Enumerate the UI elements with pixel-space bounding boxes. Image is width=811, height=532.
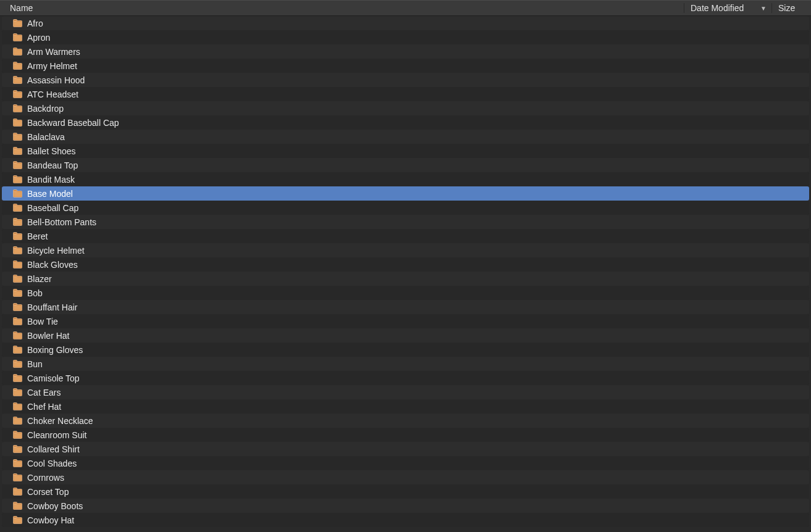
file-list[interactable]: Afro Apron Arm Warmers Army Helmet Assas… <box>0 16 811 532</box>
folder-label: Ballet Shoes <box>27 146 76 156</box>
folder-label: Bouffant Hair <box>27 302 77 312</box>
folder-row[interactable]: Corset Top <box>2 484 809 499</box>
folder-row[interactable]: Cornrows <box>2 470 809 484</box>
folder-row[interactable]: ATC Headset <box>2 87 809 101</box>
svg-rect-94 <box>14 460 17 462</box>
folder-label: Blazer <box>27 274 52 284</box>
svg-rect-1 <box>14 20 17 22</box>
svg-rect-47 <box>14 235 22 239</box>
column-date-modified-label: Date Modified <box>691 3 744 13</box>
svg-rect-88 <box>14 431 17 433</box>
svg-rect-59 <box>14 291 22 296</box>
folder-label: Cowboy Boots <box>27 501 83 511</box>
svg-rect-25 <box>14 133 17 135</box>
svg-rect-100 <box>14 488 17 490</box>
svg-rect-101 <box>14 490 22 495</box>
folder-row[interactable]: Base Model <box>2 186 809 201</box>
folder-row[interactable]: Boxing Gloves <box>2 343 809 357</box>
column-size[interactable]: Size <box>771 3 806 13</box>
column-name[interactable]: Name <box>10 3 684 13</box>
svg-rect-8 <box>14 50 22 55</box>
folder-label: Bell-Bottom Pants <box>27 217 96 227</box>
svg-rect-5 <box>14 36 22 41</box>
svg-rect-80 <box>14 391 22 396</box>
svg-rect-4 <box>14 34 17 36</box>
file-browser: Name Date Modified ▼ Size Afro Apron Arm… <box>0 0 811 532</box>
folder-row[interactable]: Army Helmet <box>2 59 809 73</box>
folder-row[interactable]: Cowboy Boots <box>2 499 809 513</box>
folder-icon <box>13 317 22 325</box>
folder-label: Cowboy Hat <box>27 515 74 525</box>
svg-rect-23 <box>14 121 22 126</box>
folder-label: Arm Warmers <box>27 47 80 57</box>
svg-rect-95 <box>14 462 22 467</box>
folder-label: Base Model <box>27 189 73 199</box>
folder-row[interactable]: Cool Shades <box>2 456 809 470</box>
svg-rect-85 <box>14 417 17 419</box>
svg-rect-13 <box>14 77 17 78</box>
svg-rect-31 <box>14 162 17 164</box>
folder-row[interactable]: Balaclava <box>2 130 809 144</box>
folder-row[interactable]: Bell-Bottom Pants <box>2 215 809 229</box>
svg-rect-20 <box>14 107 22 112</box>
folder-label: Baseball Cap <box>27 203 78 213</box>
folder-icon <box>13 204 22 212</box>
folder-row[interactable]: Bicycle Helmet <box>2 243 809 257</box>
svg-rect-55 <box>14 275 17 277</box>
folder-row[interactable]: Backward Baseball Cap <box>2 115 809 130</box>
svg-rect-82 <box>14 403 17 405</box>
folder-row[interactable]: Camisole Top <box>2 371 809 385</box>
folder-label: Army Helmet <box>27 61 77 71</box>
folder-row[interactable]: Bandeau Top <box>2 158 809 172</box>
folder-label: Boxing Gloves <box>27 345 83 355</box>
folder-row[interactable]: Bun <box>2 357 809 371</box>
folder-icon <box>13 473 22 481</box>
svg-rect-56 <box>14 277 22 282</box>
folder-icon <box>13 232 22 240</box>
svg-rect-41 <box>14 206 22 211</box>
folder-row[interactable]: Chef Hat <box>2 399 809 414</box>
folder-row[interactable]: Choker Necklace <box>2 414 809 428</box>
svg-rect-14 <box>14 78 22 83</box>
svg-rect-52 <box>14 261 17 263</box>
folder-icon <box>13 374 22 382</box>
folder-row[interactable]: Backdrop <box>2 101 809 115</box>
folder-label: Bob <box>27 288 43 298</box>
svg-rect-16 <box>14 91 17 93</box>
svg-rect-71 <box>14 348 22 353</box>
folder-row[interactable]: Apron <box>2 30 809 44</box>
folder-row[interactable]: Cowboy Hat <box>2 513 809 527</box>
folder-row[interactable]: Arm Warmers <box>2 44 809 59</box>
folder-row[interactable]: Baseball Cap <box>2 201 809 215</box>
svg-rect-11 <box>14 64 22 69</box>
svg-rect-65 <box>14 320 22 325</box>
folder-row[interactable]: Collared Shirt <box>2 442 809 456</box>
folder-row[interactable]: Bow Tie <box>2 314 809 328</box>
svg-rect-86 <box>14 419 22 424</box>
svg-rect-10 <box>14 62 17 64</box>
folder-row[interactable]: Bob <box>2 286 809 300</box>
folder-row[interactable]: Assassin Hood <box>2 73 809 87</box>
folder-row[interactable]: Cleanroom Suit <box>2 428 809 442</box>
folder-icon <box>13 346 22 354</box>
folder-row[interactable]: Bandit Mask <box>2 172 809 186</box>
folder-label: Cool Shades <box>27 459 77 468</box>
folder-row[interactable]: Bowler Hat <box>2 328 809 343</box>
svg-rect-62 <box>14 305 22 310</box>
column-date-modified[interactable]: Date Modified ▼ <box>684 3 771 13</box>
folder-label: Collared Shirt <box>27 444 80 454</box>
folder-icon <box>13 19 22 27</box>
svg-rect-50 <box>14 249 22 254</box>
folder-row[interactable]: Bouffant Hair <box>2 300 809 314</box>
folder-label: Backdrop <box>27 104 64 114</box>
folder-row[interactable]: Ballet Shoes <box>2 144 809 158</box>
folder-row[interactable]: Black Gloves <box>2 257 809 272</box>
folder-label: Bicycle Helmet <box>27 246 85 256</box>
svg-rect-73 <box>14 360 17 362</box>
folder-row[interactable]: Cat Ears <box>2 385 809 399</box>
svg-rect-103 <box>14 502 17 504</box>
folder-row[interactable]: Afro <box>2 16 809 30</box>
folder-label: ATC Headset <box>27 89 78 99</box>
folder-row[interactable]: Blazer <box>2 272 809 286</box>
folder-row[interactable]: Beret <box>2 229 809 243</box>
